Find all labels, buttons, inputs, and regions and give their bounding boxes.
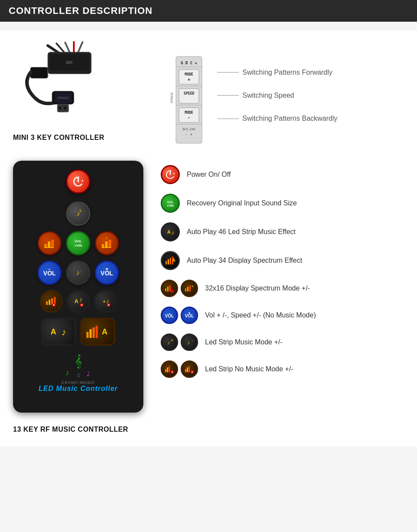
legend-spectrum-plus-icon: + (181, 280, 198, 297)
svg-rect-55 (46, 301, 48, 305)
svg-text:♪: ♪ (187, 340, 190, 346)
annotation-text-3: Switching Patterns Backwardly (242, 115, 338, 122)
svg-rect-88 (170, 258, 171, 264)
svg-rect-56 (49, 300, 50, 305)
section1-left: GDC SP002E MINI 3 KEY CONTROLLER (13, 39, 152, 142)
annotation-text-1: Switching Patterns Forwardly (242, 69, 332, 76)
svg-text:-: - (192, 338, 193, 343)
note-minus-button[interactable]: ♪ - (66, 261, 90, 285)
svg-text:♩: ♩ (86, 370, 90, 377)
svg-rect-39 (51, 240, 54, 248)
power-button[interactable] (66, 169, 90, 194)
svg-text:♪: ♪ (66, 368, 70, 377)
svg-rect-8 (30, 67, 48, 78)
svg-text:-: - (80, 268, 82, 273)
legend-vol-vin: VOL =VIN Recovery Original Input Sound S… (161, 194, 404, 213)
svg-rect-96 (185, 288, 186, 291)
svg-line-4 (78, 42, 83, 52)
svg-text:GDC: GDC (66, 60, 73, 65)
annotation-text-2: Switching Speed (242, 92, 294, 99)
header-title: CONTROLLER DESCRIPTION (9, 5, 152, 16)
connector-labels: Switching Patterns Forwardly Switching S… (217, 52, 338, 139)
svg-text:-: - (188, 115, 190, 120)
svg-text:-: - (49, 236, 50, 241)
main-content: GDC SP002E MINI 3 KEY CONTROLLER (0, 30, 417, 446)
music-notes-decoration: 𝄞 ♪ ♫ ♩ (54, 354, 102, 380)
legend-spectrum-icon: A (161, 251, 180, 270)
legend-spectrum: A Auto Play 34 Display Spectrum Effect (161, 251, 404, 270)
legend-spectrum-mode: - + 32x16 Display Spectrum Mode +/- (161, 280, 404, 297)
svg-text:✕: ✕ (171, 371, 173, 373)
annotation-3: Switching Patterns Backwardly (217, 115, 338, 122)
legend-music-plus-icon: ♪ + (161, 334, 178, 351)
legend-power-text: Power On/ Off (187, 171, 231, 178)
section2: ♪ + - VOL (13, 161, 404, 413)
svg-text:DC5-24V: DC5-24V (182, 128, 195, 131)
svg-point-14 (59, 107, 61, 109)
vol-plus-blue-button[interactable]: VOL + (95, 261, 119, 285)
note-up-button[interactable]: ♪ + (66, 202, 90, 226)
svg-rect-98 (189, 285, 191, 291)
svg-text:♫: ♫ (76, 371, 81, 378)
svg-text:VOL: VOL (75, 239, 82, 243)
svg-text:-: - (169, 311, 170, 315)
svg-text:+: + (188, 77, 190, 82)
svg-text:A: A (51, 327, 56, 336)
svg-rect-109 (167, 367, 168, 372)
svg-text:A: A (74, 298, 79, 304)
vol-plus-orange-button[interactable]: + (95, 231, 119, 255)
svg-text:✕: ✕ (191, 371, 193, 373)
note-up-row: ♪ + (66, 202, 90, 226)
vol-vin-button[interactable]: VOL =VIN (66, 231, 90, 255)
svg-rect-91 (165, 288, 166, 291)
spectrum-minus-button[interactable]: ✕ (40, 290, 63, 313)
vol-minus-orange-button[interactable]: - (37, 231, 62, 255)
svg-rect-72 (89, 329, 92, 338)
legend-auto-a-icon: A ♪ (161, 222, 180, 241)
svg-text:A: A (172, 258, 175, 263)
svg-text:♪: ♪ (167, 340, 170, 346)
line-1 (217, 72, 239, 73)
svg-text:♪: ♪ (62, 327, 66, 337)
legend-music-mode-icons: ♪ + ♪ - (161, 334, 198, 351)
svg-rect-73 (93, 327, 95, 338)
svg-rect-97 (187, 287, 189, 291)
vol-minus-blue-button[interactable]: VOL - (37, 261, 62, 285)
legend-auto-a-text: Auto Play 46 Led Strip Music Effect (187, 228, 296, 236)
svg-text:-   +: - + (185, 132, 193, 136)
svg-text:SP002E: SP002E (170, 92, 174, 103)
auto-a-minus-button[interactable]: A ♪ ✕ (67, 290, 89, 313)
legend-no-music-mode-text: Led Strip No Music Mode +/- (205, 365, 293, 373)
legend-auto-a: A ♪ Auto Play 46 Led Strip Music Effect (161, 222, 404, 241)
svg-text:♪: ♪ (172, 229, 175, 236)
legend-music-mode: ♪ + ♪ - Led Strip Music Mode +/- (161, 334, 404, 351)
svg-text:♪: ♪ (76, 269, 79, 276)
spectrum-a-button[interactable]: A (80, 318, 115, 346)
mini-controller-image: GDC SP002E (17, 39, 122, 126)
legend-spectrum-text: Auto Play 34 Display Spectrum Effect (187, 257, 302, 264)
section1: GDC SP002E MINI 3 KEY CONTROLLER (13, 35, 404, 148)
svg-rect-108 (165, 369, 166, 372)
svg-rect-115 (189, 366, 190, 372)
legend-no-music-plus-icon: ✕ (181, 360, 198, 378)
legend-no-music-mode-icons: ✕ ✕ (161, 360, 198, 378)
svg-text:+: + (105, 266, 109, 272)
legend-vol-vin-text: Recovery Original Input Sound Size (187, 199, 297, 207)
legend-vol-vin-icon: VOL =VIN (161, 194, 180, 213)
svg-point-15 (64, 107, 66, 109)
svg-text:+: + (192, 284, 194, 288)
svg-text:✕: ✕ (53, 304, 55, 307)
svg-text:SP002E: SP002E (57, 96, 68, 100)
connector-panel: G D C + MODE + SPEED SP002E M (169, 52, 404, 148)
legend-music-mode-text: Led Strip Music Mode +/- (205, 338, 282, 346)
svg-rect-23 (179, 89, 199, 103)
legend-music-minus-icon: ♪ - (181, 334, 198, 351)
svg-text:MODE: MODE (185, 73, 193, 76)
svg-text:+: + (103, 299, 106, 304)
auto-a-note-button[interactable]: A ♪ (41, 318, 76, 346)
note-plus-cancel-button[interactable]: + ♪ ✕ (94, 290, 116, 313)
music-decor: 𝄞 ♪ ♫ ♩ CSY007-MUSIC LED Music Controlle… (39, 354, 118, 393)
connector-diagram-svg: G D C + MODE + SPEED SP002E M (169, 52, 208, 148)
svg-text:+: + (171, 338, 173, 343)
section1-right: G D C + MODE + SPEED SP002E M (152, 39, 404, 148)
